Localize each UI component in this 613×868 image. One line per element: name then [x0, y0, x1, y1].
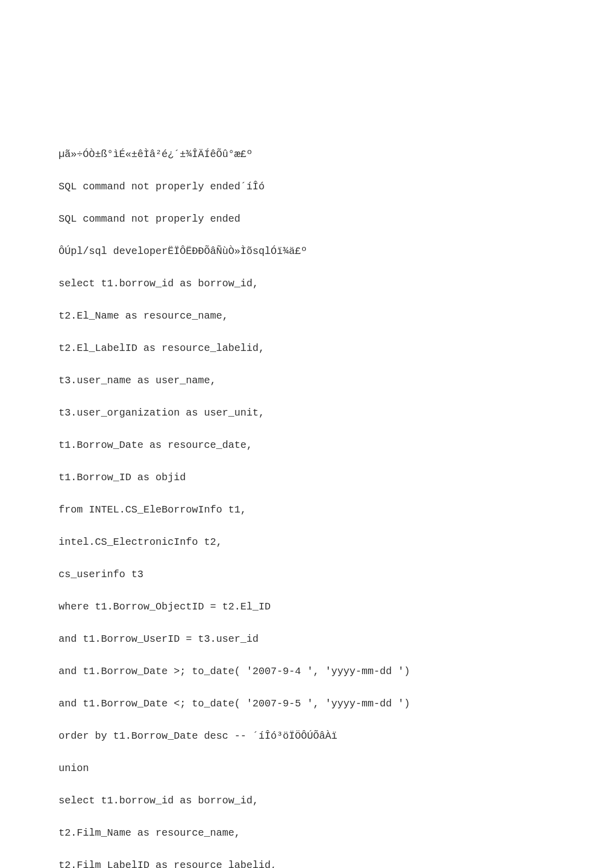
code-line: and t1.Borrow_UserID = t3.user_id	[59, 631, 554, 647]
code-line: cs_userinfo t3	[59, 567, 554, 583]
code-line: order by t1.Borrow_Date desc -- ´íÎó³öÏÖ…	[59, 728, 554, 744]
code-line: select t1.borrow_id as borrow_id,	[59, 276, 554, 292]
code-line: t1.Borrow_Date as resource_date,	[59, 437, 554, 453]
code-line: intel.CS_ElectronicInfo t2,	[59, 534, 554, 550]
code-document: µã»÷ÓÒ±ß°ìÉ«±êÌâ²é¿´±¾ÎÄÍêÕû°æ£º SQL com…	[59, 130, 554, 868]
code-line: SQL command not properly ended´íÎó	[59, 179, 554, 195]
code-line: t1.Borrow_ID as objid	[59, 470, 554, 486]
code-line: t2.El_LabelID as resource_labelid,	[59, 340, 554, 356]
code-line: and t1.Borrow_Date <; to_date( '2007-9-5…	[59, 696, 554, 712]
code-line: t2.Film_Name as resource_name,	[59, 825, 554, 841]
code-line: from INTEL.CS_EleBorrowInfo t1,	[59, 502, 554, 518]
code-line: t2.El_Name as resource_name,	[59, 308, 554, 324]
code-line: select t1.borrow_id as borrow_id,	[59, 793, 554, 809]
code-line: t3.user_organization as user_unit,	[59, 405, 554, 421]
code-line: union	[59, 760, 554, 777]
code-line: where t1.Borrow_ObjectID = t2.El_ID	[59, 599, 554, 615]
code-line: µã»÷ÓÒ±ß°ìÉ«±êÌâ²é¿´±¾ÎÄÍêÕû°æ£º	[59, 146, 554, 163]
code-line: ÔÚpl/sql developerËÏÔËÐÐÕâÑùÒ»ÌõsqlÓï¾ä£…	[59, 243, 554, 260]
code-line: and t1.Borrow_Date >; to_date( '2007-9-4…	[59, 663, 554, 680]
code-line: SQL command not properly ended	[59, 211, 554, 227]
code-line: t2.Film_LabelID as resource_labelid,	[59, 857, 554, 868]
code-line: t3.user_name as user_name,	[59, 373, 554, 389]
